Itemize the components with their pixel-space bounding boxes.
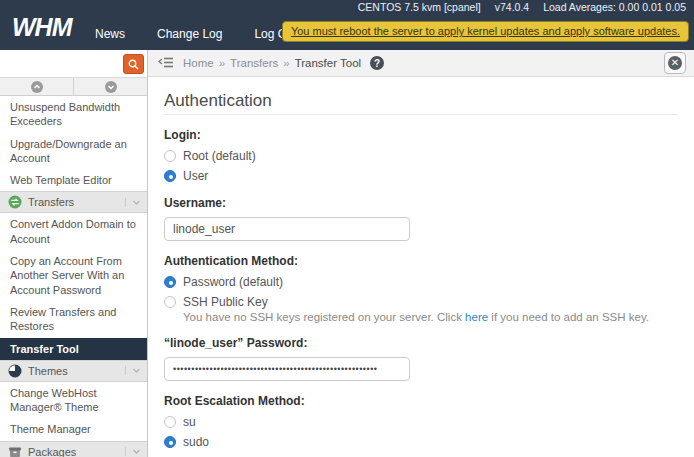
ssh-key-note: You have no SSH keys registered on your … <box>183 311 678 323</box>
whm-logo[interactable]: WHM <box>12 13 71 42</box>
server-info: CENTOS 7.5 kvm [cpanel] v74.0.4 Load Ave… <box>358 1 686 14</box>
auth-option-password[interactable]: Password (default) <box>164 275 678 289</box>
sidebar-item-transfer-tool[interactable]: Transfer Tool <box>0 338 147 360</box>
close-icon: ✕ <box>668 56 682 70</box>
radio-label: sudo <box>183 435 209 449</box>
main-panel: Home » Transfers » Transfer Tool ? ✕ Aut… <box>148 50 694 457</box>
sidebar-item-theme-manager[interactable]: Theme Manager <box>0 418 147 440</box>
radio-su[interactable] <box>164 416 176 428</box>
sidebar-item-web-template-editor[interactable]: Web Template Editor <box>0 169 147 191</box>
load-averages: Load Averages: 0.00 0.01 0.05 <box>543 1 686 14</box>
ssh-key-here-link[interactable]: here <box>465 311 488 323</box>
breadcrumb-separator: » <box>283 57 289 69</box>
search-icon <box>128 59 139 70</box>
sidebar-item-copy-account[interactable]: Copy an Account From Another Server With… <box>0 250 147 301</box>
radio-label: User <box>183 169 208 183</box>
whm-version: v74.0.4 <box>495 1 529 14</box>
top-header: CENTOS 7.5 kvm [cpanel] v74.0.4 Load Ave… <box>0 0 694 50</box>
radio-label: SSH Public Key <box>183 295 268 309</box>
auth-option-ssh-key[interactable]: SSH Public Key <box>164 295 678 309</box>
nav-change-log[interactable]: Change Log <box>157 27 222 41</box>
breadcrumb-current-page: Transfer Tool <box>295 57 361 69</box>
section-label: Packages <box>28 446 119 457</box>
note-text: You have no SSH keys registered on your … <box>183 311 465 323</box>
help-icon[interactable]: ? <box>370 56 384 70</box>
sidebar-scroll-controls <box>0 78 147 96</box>
breadcrumb-separator: » <box>219 57 225 69</box>
escalation-option-sudo[interactable]: sudo <box>164 435 678 449</box>
reboot-alert-link[interactable]: You must reboot the server to apply kern… <box>282 21 689 42</box>
sidebar: Unsuspend Bandwidth Exceeders Upgrade/Do… <box>0 50 148 457</box>
radio-label: Root (default) <box>183 149 256 163</box>
breadcrumb: Home » Transfers » Transfer Tool <box>183 57 361 69</box>
sidebar-search <box>0 50 147 78</box>
arrow-up-icon <box>31 81 43 93</box>
breadcrumb-transfers[interactable]: Transfers <box>230 57 278 69</box>
close-page-button[interactable]: ✕ <box>664 52 686 74</box>
username-label: Username: <box>164 196 678 210</box>
radio-sudo[interactable] <box>164 436 176 448</box>
authentication-heading: Authentication <box>164 91 678 111</box>
sidebar-menu: Unsuspend Bandwidth Exceeders Upgrade/Do… <box>0 96 147 457</box>
search-button[interactable] <box>123 54 144 74</box>
radio-ssh-public-key[interactable] <box>164 296 176 308</box>
transfers-icon <box>8 195 22 209</box>
section-label: Themes <box>28 365 119 377</box>
auth-method-label: Authentication Method: <box>164 254 678 268</box>
sidebar-item-unsuspend-bandwidth[interactable]: Unsuspend Bandwidth Exceeders <box>0 96 147 133</box>
divider <box>164 114 678 115</box>
note-text: if you need to add an SSH key. <box>488 311 649 323</box>
sidebar-section-transfers[interactable]: Transfers <box>0 191 147 213</box>
password-label: “linode_user” Password: <box>164 336 678 350</box>
themes-icon <box>8 364 22 378</box>
scroll-up-button[interactable] <box>0 78 74 95</box>
sidebar-section-themes[interactable]: Themes <box>0 360 147 382</box>
server-hostname: CENTOS 7.5 kvm [cpanel] <box>358 1 481 14</box>
radio-root-default[interactable] <box>164 150 176 162</box>
packages-icon <box>8 445 22 457</box>
radio-user[interactable] <box>164 170 176 182</box>
breadcrumb-home[interactable]: Home <box>183 57 214 69</box>
radio-password-default[interactable] <box>164 276 176 288</box>
collapse-sidebar-icon[interactable] <box>158 57 174 69</box>
chevron-down-icon[interactable] <box>125 198 141 207</box>
radio-label: su <box>183 415 196 429</box>
transfer-tool-content: Authentication Login: Root (default) Use… <box>148 77 694 457</box>
sidebar-item-review-transfers[interactable]: Review Transfers and Restores <box>0 301 147 338</box>
nav-news[interactable]: News <box>95 27 125 41</box>
password-input[interactable] <box>164 357 410 381</box>
radio-label: Password (default) <box>183 275 283 289</box>
scroll-down-button[interactable] <box>74 78 147 95</box>
root-escalation-label: Root Escalation Method: <box>164 394 678 408</box>
chevron-down-icon[interactable] <box>125 447 141 456</box>
sidebar-item-change-whm-theme[interactable]: Change WebHost Manager® Theme <box>0 382 147 419</box>
section-label: Transfers <box>28 196 119 208</box>
sidebar-section-packages[interactable]: Packages <box>0 441 147 457</box>
login-label: Login: <box>164 128 678 142</box>
sidebar-item-convert-addon-domain[interactable]: Convert Addon Domain to Account <box>0 213 147 250</box>
escalation-option-su[interactable]: su <box>164 415 678 429</box>
sidebar-item-upgrade-downgrade[interactable]: Upgrade/Downgrade an Account <box>0 133 147 170</box>
arrow-down-icon <box>105 81 117 93</box>
breadcrumb-bar: Home » Transfers » Transfer Tool ? ✕ <box>148 50 694 77</box>
login-option-root[interactable]: Root (default) <box>164 149 678 163</box>
chevron-down-icon[interactable] <box>125 366 141 375</box>
username-input[interactable] <box>164 217 410 241</box>
login-option-user[interactable]: User <box>164 169 678 183</box>
